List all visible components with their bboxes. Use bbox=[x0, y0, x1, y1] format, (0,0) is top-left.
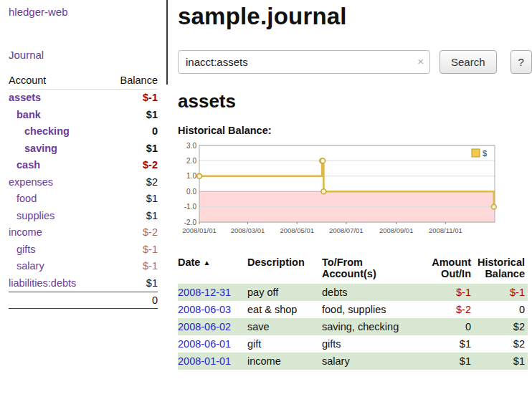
header-amount: Amount Out/In bbox=[417, 255, 474, 284]
header-date[interactable]: Date ▲ bbox=[178, 255, 247, 284]
sidebar-account-row: assets$-1 bbox=[9, 90, 158, 107]
header-accounts: To/From Account(s) bbox=[322, 255, 417, 284]
transaction-date-link[interactable]: 2008-06-01 bbox=[178, 338, 231, 350]
table-row: 2008-06-02savesaving, checking0$2 bbox=[178, 318, 528, 335]
svg-text:2008/09/01: 2008/09/01 bbox=[379, 226, 414, 234]
accounts-panel: Account Balance assets$-1bank$1checking0… bbox=[9, 75, 158, 309]
sidebar-account-row: supplies$1 bbox=[9, 208, 158, 225]
table-row: 2008-06-01giftgifts$1$2 bbox=[178, 335, 528, 353]
sidebar-account-row: cash$-2 bbox=[9, 157, 158, 174]
table-cell: eat & shop bbox=[247, 301, 322, 318]
sidebar-account-row: checking0 bbox=[9, 123, 158, 140]
svg-text:0.0: 0.0 bbox=[186, 188, 196, 196]
table-cell: $-2 bbox=[417, 301, 474, 318]
sidebar-account-link[interactable]: liabilities:debts bbox=[9, 275, 76, 292]
accounts-list: assets$-1bank$1checking0saving$1cash$-2e… bbox=[9, 90, 158, 292]
accounts-header-balance: Balance bbox=[120, 75, 158, 86]
sidebar-account-row: expenses$2 bbox=[9, 174, 158, 191]
sidebar-account-balance: $1 bbox=[146, 275, 158, 292]
sidebar-account-balance: $-2 bbox=[143, 224, 158, 241]
table-cell: $1 bbox=[417, 335, 474, 353]
sidebar-account-balance: $1 bbox=[146, 191, 158, 208]
svg-text:2008/03/01: 2008/03/01 bbox=[231, 226, 265, 234]
sidebar-account-link[interactable]: assets bbox=[9, 90, 41, 107]
table-row: 2008-12-31pay offdebts$-1$-1 bbox=[178, 284, 528, 301]
table-cell: 0 bbox=[417, 318, 474, 335]
sidebar-account-balance: $2 bbox=[146, 174, 158, 191]
register-table: Date ▲ Description To/From Account(s) Am… bbox=[178, 255, 528, 370]
table-cell: gifts bbox=[322, 335, 417, 353]
chart-title: Historical Balance: bbox=[178, 125, 532, 136]
sidebar-account-balance: $-2 bbox=[143, 157, 158, 174]
svg-text:2008/05/01: 2008/05/01 bbox=[280, 226, 314, 234]
sidebar-account-link[interactable]: gifts bbox=[9, 241, 36, 259]
table-cell: $-1 bbox=[474, 284, 528, 301]
svg-text:-1.0: -1.0 bbox=[184, 203, 197, 211]
sidebar-account-row: food$1 bbox=[9, 191, 158, 208]
svg-text:1.0: 1.0 bbox=[186, 172, 196, 180]
sidebar-account-link[interactable]: salary bbox=[9, 258, 44, 275]
sidebar-account-balance: $-1 bbox=[143, 258, 158, 275]
sidebar-account-balance: 0 bbox=[152, 123, 158, 140]
table-row: 2008-06-03eat & shopfood, supplies$-20 bbox=[178, 301, 528, 318]
transaction-date-link[interactable]: 2008-06-03 bbox=[178, 304, 231, 315]
sidebar-account-row: liabilities:debts$1 bbox=[9, 275, 158, 292]
table-cell: $1 bbox=[417, 353, 474, 370]
search-input[interactable] bbox=[178, 50, 430, 74]
accounts-header-account: Account bbox=[9, 75, 46, 86]
header-description: Description bbox=[247, 255, 322, 284]
sidebar-account-row: salary$-1 bbox=[9, 258, 158, 275]
help-button[interactable]: ? bbox=[510, 50, 532, 74]
sidebar-account-link[interactable]: supplies bbox=[9, 208, 54, 225]
table-cell: salary bbox=[322, 353, 417, 370]
table-cell: $2 bbox=[474, 335, 528, 353]
sidebar-account-balance: $-1 bbox=[143, 241, 158, 259]
sidebar-divider bbox=[166, 0, 168, 85]
svg-text:2008/07/01: 2008/07/01 bbox=[329, 226, 364, 234]
table-cell: $1 bbox=[474, 353, 528, 370]
sidebar-account-row: saving$1 bbox=[9, 140, 158, 158]
svg-text:2.0: 2.0 bbox=[186, 157, 196, 165]
sidebar-account-balance: $-1 bbox=[143, 90, 158, 107]
clear-search-icon[interactable]: × bbox=[417, 55, 424, 67]
sidebar-account-link[interactable]: cash bbox=[9, 157, 40, 174]
page-title: sample.journal bbox=[178, 3, 532, 30]
transaction-date-link[interactable]: 2008-06-02 bbox=[178, 321, 231, 332]
svg-text:$: $ bbox=[483, 149, 487, 158]
sidebar-account-link[interactable]: saving bbox=[9, 140, 57, 158]
sidebar-account-link[interactable]: food bbox=[9, 191, 37, 208]
sidebar-account-balance: $1 bbox=[146, 107, 158, 124]
section-title: assets bbox=[178, 90, 532, 112]
svg-text:2008/01/01: 2008/01/01 bbox=[182, 226, 217, 234]
svg-text:-2.0: -2.0 bbox=[184, 219, 197, 226]
search-row: × Search ? bbox=[178, 50, 532, 74]
sidebar-account-balance: $1 bbox=[146, 208, 158, 225]
table-cell: saving, checking bbox=[322, 318, 417, 335]
table-cell: gift bbox=[247, 335, 322, 353]
table-cell: pay off bbox=[247, 284, 322, 301]
search-button[interactable]: Search bbox=[440, 50, 497, 74]
sidebar-account-row: income$-2 bbox=[9, 224, 158, 241]
sidebar-account-link[interactable]: income bbox=[9, 224, 42, 241]
sidebar-account-row: gifts$-1 bbox=[9, 241, 158, 259]
table-cell: debts bbox=[322, 284, 417, 301]
sidebar-account-balance: $1 bbox=[146, 140, 158, 158]
table-cell: save bbox=[247, 318, 322, 335]
transaction-date-link[interactable]: 2008-12-31 bbox=[178, 287, 231, 298]
table-cell: 0 bbox=[474, 301, 528, 318]
accounts-total-row: 0 bbox=[9, 292, 158, 309]
balance-chart: -2.0-1.00.01.02.03.02008/01/012008/03/01… bbox=[178, 140, 502, 242]
sidebar-account-link[interactable]: expenses bbox=[9, 174, 53, 191]
transaction-date-link[interactable]: 2008-01-01 bbox=[178, 355, 231, 367]
table-cell: $2 bbox=[474, 318, 528, 335]
table-row: 2008-01-01incomesalary$1$1 bbox=[178, 353, 528, 370]
svg-text:2008/11/01: 2008/11/01 bbox=[429, 226, 462, 234]
table-cell: income bbox=[247, 353, 322, 370]
accounts-total-value: 0 bbox=[152, 294, 158, 306]
sidebar-account-link[interactable]: checking bbox=[9, 123, 70, 140]
sidebar-item-journal[interactable]: Journal bbox=[9, 49, 44, 61]
sidebar-account-link[interactable]: bank bbox=[9, 107, 41, 124]
main-content: sample.journal × Search ? assets Histori… bbox=[178, 0, 532, 370]
app-title-link[interactable]: hledger-web bbox=[9, 6, 68, 18]
table-cell: $-1 bbox=[417, 284, 474, 301]
